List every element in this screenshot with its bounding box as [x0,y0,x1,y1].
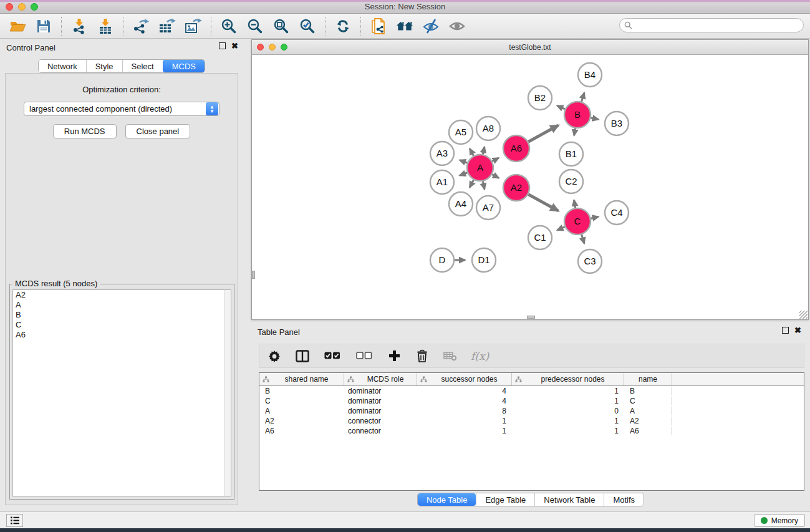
table-cell[interactable]: 4 [417,387,512,395]
table-row[interactable]: A2connector11A2 [259,416,804,426]
edge-A-A8[interactable] [483,147,484,154]
search-field[interactable] [619,18,804,32]
network-window-titlebar[interactable]: testGlobe.txt [252,40,808,55]
node-A1[interactable]: A1 [430,170,454,194]
edge-A2-C[interactable] [528,195,558,211]
table-cell[interactable]: connector [344,427,417,435]
edge-B-B4[interactable] [582,93,584,102]
table-cell[interactable]: B [259,387,344,395]
settings-gear-icon[interactable] [267,349,282,364]
mcds-result-item[interactable]: A6 [13,330,231,340]
column-header-mcds-role[interactable]: MCDS role [344,373,417,385]
show-column-icon[interactable] [295,349,310,364]
column-header-predecessor-nodes[interactable]: predecessor nodes [512,373,624,385]
network-vertical-scrollbar[interactable] [252,271,255,279]
float-panel-icon[interactable] [219,42,226,49]
table-row[interactable]: Adominator80A [259,406,804,416]
table-cell[interactable]: 0 [512,407,624,415]
table-cell[interactable]: dominator [344,407,417,415]
table-cell[interactable]: A [624,407,672,415]
table-cell[interactable]: 1 [417,417,512,425]
node-B4[interactable]: B4 [578,63,602,87]
table-cell[interactable]: 1 [512,397,624,405]
column-header-successor-nodes[interactable]: successor nodes [417,373,512,385]
table-cell[interactable]: C [624,397,672,405]
table-cell[interactable]: dominator [344,397,417,405]
zoom-selected-icon[interactable] [299,17,316,35]
close-panel-button[interactable]: Close panel [125,124,191,138]
node-D[interactable]: D [430,248,454,272]
node-A4[interactable]: A4 [449,192,473,216]
tab-style[interactable]: Style [86,60,122,72]
hide-selected-eye-slash-icon[interactable] [422,17,440,35]
network-horizontal-scrollbar[interactable] [527,316,535,319]
node-C2[interactable]: C2 [559,170,583,193]
mcds-result-item[interactable]: B [13,310,231,320]
node-C[interactable]: C [564,208,591,235]
mcds-result-item[interactable]: A [13,300,231,310]
edge-A-A1[interactable] [460,173,467,176]
table-cell[interactable]: A [259,407,344,415]
new-network-icon[interactable] [370,17,387,35]
export-network-icon[interactable] [132,17,150,35]
task-history-button[interactable] [6,514,23,527]
table-cell[interactable]: A2 [624,417,672,425]
node-A7[interactable]: A7 [476,196,500,220]
deselect-all-checkboxes-icon[interactable] [355,349,374,364]
result-scrollbar[interactable] [224,290,231,496]
import-table-icon[interactable] [97,17,114,35]
edge-B-B1[interactable] [574,128,576,136]
tab-select[interactable]: Select [122,60,163,72]
table-cell[interactable]: 8 [417,407,512,415]
node-A5[interactable]: A5 [449,120,473,144]
table-cell[interactable]: A6 [259,427,344,435]
edge-A-A4[interactable] [470,180,473,187]
edge-A-A2[interactable] [492,175,499,178]
zoom-out-icon[interactable] [246,17,264,35]
table-cell[interactable]: C [259,397,344,405]
search-input[interactable] [635,20,803,31]
save-session-icon[interactable] [35,17,52,35]
table-row[interactable]: Cdominator41C [259,396,804,406]
node-B2[interactable]: B2 [528,86,552,110]
table-cell[interactable]: 4 [417,397,512,405]
table-cell[interactable]: dominator [344,387,417,395]
tab-network[interactable]: Network [39,60,86,72]
export-table-icon[interactable] [158,17,176,35]
node-A[interactable]: A [467,155,493,181]
node-A2[interactable]: A2 [503,175,529,201]
edge-A-A3[interactable] [460,160,467,163]
node-B1[interactable]: B1 [559,142,583,166]
table-cell[interactable]: 1 [417,427,512,435]
tab-node-table[interactable]: Node Table [418,493,476,506]
select-all-checkboxes-icon[interactable] [323,349,342,364]
node-A3[interactable]: A3 [430,142,454,165]
edge-A-A7[interactable] [483,181,485,190]
tab-edge-table[interactable]: Edge Table [476,493,534,506]
table-cell[interactable]: 1 [512,427,624,435]
houses-icon[interactable] [396,17,413,35]
close-table-panel-icon[interactable]: ✖ [794,327,801,334]
tab-mcds[interactable]: MCDS [163,60,205,72]
node-A6[interactable]: A6 [503,135,529,162]
mcds-result-list[interactable]: A2ABCA6 [12,289,231,496]
memory-button[interactable]: Memory [754,514,805,527]
add-column-icon[interactable] [387,349,402,364]
float-table-panel-icon[interactable] [782,327,789,334]
zoom-fit-icon[interactable] [272,17,290,35]
edge-C-C4[interactable] [591,217,598,219]
table-row[interactable]: A6connector11A6 [259,426,804,436]
criterion-dropdown[interactable]: largest connected component (directed) ▲… [24,102,219,116]
network-canvas[interactable]: B4B2BB3A5A8A6A3AB1A1A2C2A4A7CC4C1DD1C3 [252,55,808,319]
edge-A-A5[interactable] [470,148,473,155]
edge-C-C3[interactable] [582,235,584,243]
node-D1[interactable]: D1 [472,248,496,272]
edge-A6-B[interactable] [528,125,558,142]
node-B3[interactable]: B3 [605,112,629,135]
refresh-icon[interactable] [334,17,352,35]
edge-B-B2[interactable] [557,105,565,109]
table-cell[interactable]: connector [344,417,417,425]
mcds-result-item[interactable]: A2 [13,290,231,300]
table-cell[interactable]: A6 [624,427,672,435]
node-B[interactable]: B [564,102,591,128]
